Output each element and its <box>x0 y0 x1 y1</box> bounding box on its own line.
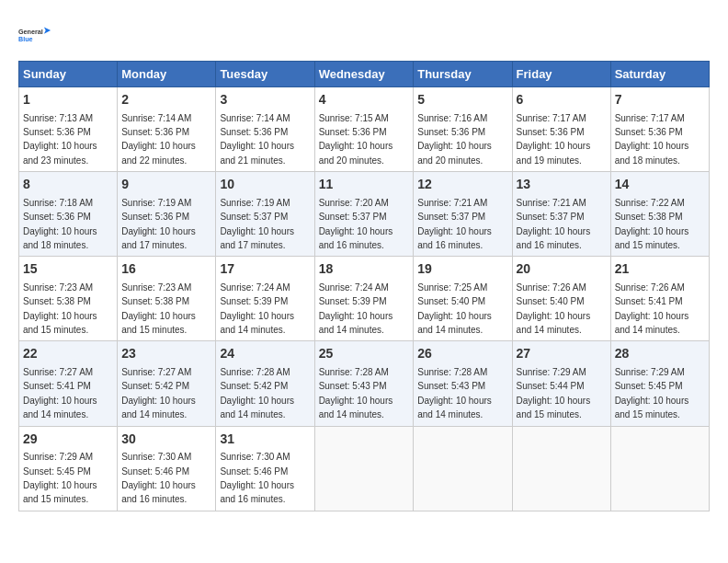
calendar-cell: 22Sunrise: 7:27 AMSunset: 5:41 PMDayligh… <box>19 341 118 426</box>
calendar-cell: 7Sunrise: 7:17 AMSunset: 5:36 PMDaylight… <box>610 87 709 172</box>
svg-text:Blue: Blue <box>18 35 33 43</box>
week-row-5: 29Sunrise: 7:29 AMSunset: 5:45 PMDayligh… <box>19 426 710 511</box>
day-info: Sunrise: 7:24 AMSunset: 5:39 PMDaylight:… <box>319 282 393 335</box>
weekday-header-sunday: Sunday <box>19 62 118 87</box>
svg-text:General: General <box>18 28 43 36</box>
day-info: Sunrise: 7:29 AMSunset: 5:44 PMDaylight:… <box>517 367 591 419</box>
day-info: Sunrise: 7:13 AMSunset: 5:36 PMDaylight:… <box>23 113 97 166</box>
day-number: 10 <box>220 176 310 194</box>
day-number: 9 <box>121 176 211 194</box>
day-number: 4 <box>319 91 410 109</box>
day-info: Sunrise: 7:22 AMSunset: 5:38 PMDaylight:… <box>615 198 689 250</box>
weekday-header-monday: Monday <box>118 62 216 87</box>
day-number: 19 <box>417 260 507 279</box>
calendar-cell: 4Sunrise: 7:15 AMSunset: 5:36 PMDaylight… <box>314 87 414 172</box>
day-info: Sunrise: 7:23 AMSunset: 5:38 PMDaylight:… <box>23 282 97 335</box>
day-number: 22 <box>23 345 113 363</box>
day-info: Sunrise: 7:27 AMSunset: 5:42 PMDaylight:… <box>121 367 196 419</box>
calendar-cell: 9Sunrise: 7:19 AMSunset: 5:36 PMDaylight… <box>118 172 216 257</box>
day-info: Sunrise: 7:24 AMSunset: 5:39 PMDaylight:… <box>220 282 294 335</box>
calendar-cell: 18Sunrise: 7:24 AMSunset: 5:39 PMDayligh… <box>314 257 414 341</box>
calendar-cell: 23Sunrise: 7:27 AMSunset: 5:42 PMDayligh… <box>118 341 216 426</box>
day-number: 29 <box>23 431 113 449</box>
day-number: 12 <box>417 176 507 194</box>
calendar-cell: 1Sunrise: 7:13 AMSunset: 5:36 PMDaylight… <box>19 87 118 172</box>
day-number: 1 <box>23 91 113 109</box>
calendar-cell: 11Sunrise: 7:20 AMSunset: 5:37 PMDayligh… <box>314 172 414 257</box>
page-header: GeneralBlue <box>18 18 710 52</box>
day-info: Sunrise: 7:26 AMSunset: 5:41 PMDaylight:… <box>615 282 689 335</box>
calendar-cell: 24Sunrise: 7:28 AMSunset: 5:42 PMDayligh… <box>216 341 314 426</box>
day-number: 24 <box>220 345 310 363</box>
day-number: 27 <box>517 345 607 363</box>
day-number: 5 <box>417 91 507 109</box>
day-info: Sunrise: 7:14 AMSunset: 5:36 PMDaylight:… <box>121 113 196 166</box>
calendar-cell: 6Sunrise: 7:17 AMSunset: 5:36 PMDaylight… <box>512 87 610 172</box>
calendar-cell: 15Sunrise: 7:23 AMSunset: 5:38 PMDayligh… <box>19 257 118 341</box>
day-info: Sunrise: 7:14 AMSunset: 5:36 PMDaylight:… <box>220 113 294 166</box>
calendar-cell: 13Sunrise: 7:21 AMSunset: 5:37 PMDayligh… <box>512 172 610 257</box>
week-row-1: 1Sunrise: 7:13 AMSunset: 5:36 PMDaylight… <box>19 87 710 172</box>
calendar-cell: 17Sunrise: 7:24 AMSunset: 5:39 PMDayligh… <box>216 257 314 341</box>
calendar-table: SundayMondayTuesdayWednesdayThursdayFrid… <box>18 61 710 511</box>
day-number: 16 <box>121 260 211 279</box>
day-number: 14 <box>615 176 705 194</box>
day-info: Sunrise: 7:21 AMSunset: 5:37 PMDaylight:… <box>517 198 591 250</box>
logo: GeneralBlue <box>18 18 51 52</box>
day-info: Sunrise: 7:27 AMSunset: 5:41 PMDaylight:… <box>23 367 97 419</box>
day-info: Sunrise: 7:28 AMSunset: 5:43 PMDaylight:… <box>417 367 492 419</box>
weekday-header-tuesday: Tuesday <box>216 62 314 87</box>
day-number: 15 <box>23 260 113 279</box>
weekday-header-wednesday: Wednesday <box>314 62 414 87</box>
day-number: 17 <box>220 260 310 279</box>
calendar-cell: 26Sunrise: 7:28 AMSunset: 5:43 PMDayligh… <box>414 341 512 426</box>
weekday-header-row: SundayMondayTuesdayWednesdayThursdayFrid… <box>19 62 710 87</box>
week-row-3: 15Sunrise: 7:23 AMSunset: 5:38 PMDayligh… <box>19 257 710 341</box>
weekday-header-friday: Friday <box>512 62 610 87</box>
calendar-cell: 3Sunrise: 7:14 AMSunset: 5:36 PMDaylight… <box>216 87 314 172</box>
day-info: Sunrise: 7:26 AMSunset: 5:40 PMDaylight:… <box>517 282 591 335</box>
day-info: Sunrise: 7:19 AMSunset: 5:37 PMDaylight:… <box>220 198 294 250</box>
calendar-cell: 14Sunrise: 7:22 AMSunset: 5:38 PMDayligh… <box>610 172 709 257</box>
calendar-cell: 8Sunrise: 7:18 AMSunset: 5:36 PMDaylight… <box>19 172 118 257</box>
day-info: Sunrise: 7:21 AMSunset: 5:37 PMDaylight:… <box>417 198 492 250</box>
day-info: Sunrise: 7:30 AMSunset: 5:46 PMDaylight:… <box>121 452 196 504</box>
day-number: 21 <box>615 260 705 279</box>
day-info: Sunrise: 7:25 AMSunset: 5:40 PMDaylight:… <box>417 282 492 335</box>
weekday-header-thursday: Thursday <box>414 62 512 87</box>
calendar-cell: 21Sunrise: 7:26 AMSunset: 5:41 PMDayligh… <box>610 257 709 341</box>
day-number: 20 <box>517 260 607 279</box>
day-info: Sunrise: 7:30 AMSunset: 5:46 PMDaylight:… <box>220 452 294 504</box>
day-info: Sunrise: 7:20 AMSunset: 5:37 PMDaylight:… <box>319 198 393 250</box>
logo-icon: GeneralBlue <box>18 18 51 52</box>
day-info: Sunrise: 7:28 AMSunset: 5:42 PMDaylight:… <box>220 367 294 419</box>
day-number: 7 <box>615 91 705 109</box>
day-info: Sunrise: 7:29 AMSunset: 5:45 PMDaylight:… <box>615 367 689 419</box>
day-number: 23 <box>121 345 211 363</box>
calendar-cell <box>414 426 512 511</box>
calendar-cell: 19Sunrise: 7:25 AMSunset: 5:40 PMDayligh… <box>414 257 512 341</box>
day-info: Sunrise: 7:28 AMSunset: 5:43 PMDaylight:… <box>319 367 393 419</box>
day-number: 3 <box>220 91 310 109</box>
day-number: 30 <box>121 431 211 449</box>
day-number: 11 <box>319 176 410 194</box>
day-number: 8 <box>23 176 113 194</box>
calendar-cell: 28Sunrise: 7:29 AMSunset: 5:45 PMDayligh… <box>610 341 709 426</box>
svg-marker-2 <box>44 27 51 33</box>
day-number: 26 <box>417 345 507 363</box>
calendar-cell: 25Sunrise: 7:28 AMSunset: 5:43 PMDayligh… <box>314 341 414 426</box>
day-number: 31 <box>220 431 310 449</box>
day-info: Sunrise: 7:23 AMSunset: 5:38 PMDaylight:… <box>121 282 196 335</box>
day-number: 2 <box>121 91 211 109</box>
day-number: 6 <box>517 91 607 109</box>
calendar-cell <box>512 426 610 511</box>
day-info: Sunrise: 7:19 AMSunset: 5:36 PMDaylight:… <box>121 198 196 250</box>
calendar-cell: 2Sunrise: 7:14 AMSunset: 5:36 PMDaylight… <box>118 87 216 172</box>
day-number: 18 <box>319 260 410 279</box>
calendar-cell: 20Sunrise: 7:26 AMSunset: 5:40 PMDayligh… <box>512 257 610 341</box>
week-row-4: 22Sunrise: 7:27 AMSunset: 5:41 PMDayligh… <box>19 341 710 426</box>
day-info: Sunrise: 7:17 AMSunset: 5:36 PMDaylight:… <box>517 113 591 166</box>
day-info: Sunrise: 7:18 AMSunset: 5:36 PMDaylight:… <box>23 198 97 250</box>
weekday-header-saturday: Saturday <box>610 62 709 87</box>
calendar-cell <box>610 426 709 511</box>
